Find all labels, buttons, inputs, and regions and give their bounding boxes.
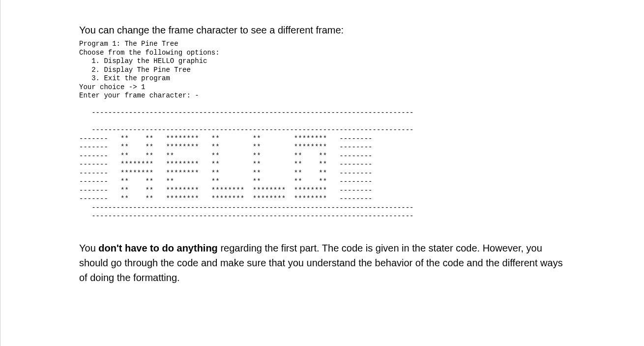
body-paragraph: You don't have to do anything regarding …	[79, 241, 565, 285]
document-page: You can change the frame character to se…	[0, 0, 644, 346]
body-text-prefix: You	[79, 243, 98, 253]
terminal-output: Program 1: The Pine Tree Choose from the…	[79, 40, 565, 221]
body-text-bold: don't have to do anything	[98, 243, 218, 253]
intro-paragraph: You can change the frame character to se…	[79, 25, 565, 36]
